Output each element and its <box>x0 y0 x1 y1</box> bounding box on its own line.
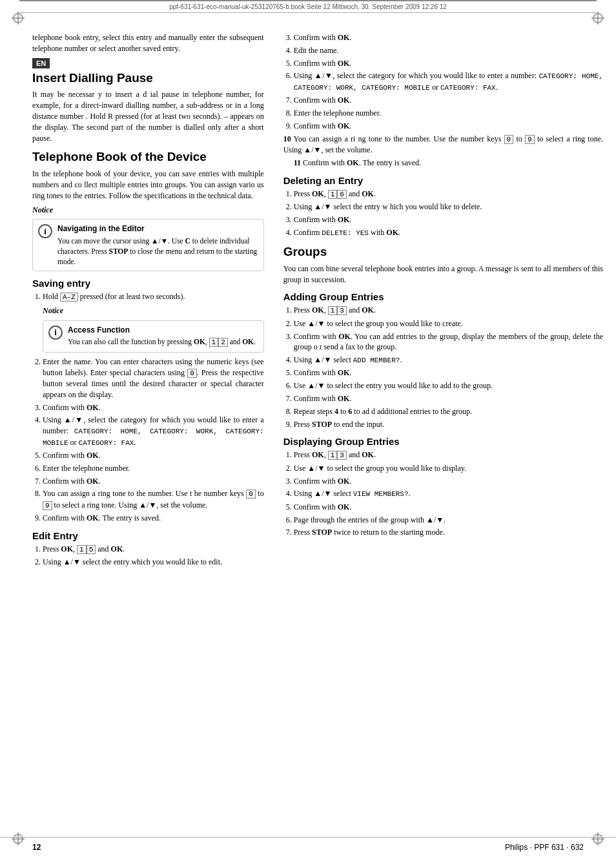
del-step-2: Using ▲/▼ select the entry w hich you wo… <box>294 201 603 212</box>
notice-icon-1: i <box>38 224 52 238</box>
saving-step-9: Confirm with OK. The entry is saved. <box>43 513 264 524</box>
saving-entry-section: Saving entry Hold A-Z pressed (for at le… <box>32 278 264 524</box>
kbd-15b: 5 <box>87 545 96 554</box>
disp-grp-step-5: Confirm with OK. <box>294 502 603 513</box>
saving-step-3: Confirm with OK. <box>43 402 264 413</box>
notice-nav-body: You can move the cursor using ▲/▼. Use C… <box>57 236 258 267</box>
saving-step-5: Confirm with OK. <box>43 450 264 461</box>
left-column: telephone book entry, select this entry … <box>32 32 264 570</box>
displaying-group-section: Displaying Group Entries Press OK, 13 an… <box>283 436 603 538</box>
saving-step-1: Hold A-Z pressed (for at least two secon… <box>43 291 264 352</box>
notice-label-2: Notice <box>43 305 264 316</box>
edit-step-6: Using ▲/▼, select the category for which… <box>294 70 603 93</box>
kbd-r9: 9 <box>525 135 535 144</box>
disp-grp-step-2: Use ▲/▼ to select the group you would li… <box>294 463 603 474</box>
kbd-9: 9 <box>43 501 52 510</box>
add-grp-step-6: Use ▲/▼ to select the entry you would li… <box>294 380 603 391</box>
edit-step-7: Confirm with OK. <box>294 95 603 106</box>
mono-cat1: CATEGORY: HOME, CATEGORY: WORK, CATEGORY… <box>43 428 264 446</box>
kbd-13b: 3 <box>337 306 347 315</box>
saving-step-2: Enter the name. You can enter characters… <box>43 356 264 400</box>
del-step-4: Confirm DELETE: YES with OK. <box>294 227 603 238</box>
edit-step-3: Confirm with OK. <box>294 32 603 43</box>
kbd-0b: 0 <box>246 490 256 499</box>
deleting-steps: Press OK, 16 and OK. Using ▲/▼ select th… <box>283 189 603 238</box>
saving-step-8: You can assign a ring tone to the number… <box>43 488 264 511</box>
disp-grp-step-4: Using ▲/▼ select VIEW MEMBERS?. <box>294 488 603 499</box>
kbd-13a: 1 <box>328 306 338 315</box>
notice-access-content: Access Function You can also call the fu… <box>68 325 256 348</box>
adding-group-section: Adding Group Entries Press OK, 13 and OK… <box>283 291 603 429</box>
edit-step-5: Confirm with OK. <box>294 58 603 69</box>
corner-tr <box>591 12 604 25</box>
edit-step-9: Confirm with OK. <box>294 121 603 132</box>
deleting-entry-section: Deleting an Entry Press OK, 16 and OK. U… <box>283 175 603 238</box>
page: ppf-631-631-eco-manual-uk-253120765-b.bo… <box>0 0 616 857</box>
footer-page: 12 <box>32 843 41 852</box>
notice-access-body: You can also call the function by pressi… <box>68 336 256 347</box>
groups-title: Groups <box>283 245 603 260</box>
footer: 12 Philips · PPF 631 · 632 <box>0 837 616 857</box>
adding-group-title: Adding Group Entries <box>283 291 603 302</box>
add-grp-step-8: Repeat steps 4 to 6 to ad d additional e… <box>294 406 603 417</box>
mono-viewmembers: VIEW MEMBERS? <box>353 490 409 498</box>
add-grp-step-7: Confirm with OK. <box>294 393 603 404</box>
disp-grp-step-6: Page through the entries of the group wi… <box>294 515 603 526</box>
saving-entry-steps: Hold A-Z pressed (for at least two secon… <box>32 291 264 524</box>
edit-step-1: Press OK, 15 and OK. <box>43 544 264 555</box>
groups-section: Groups You can com bine several telephon… <box>283 245 603 285</box>
notice-icon-2: i <box>48 325 63 340</box>
notice-access-title: Access Function <box>68 325 256 336</box>
displaying-group-title: Displaying Group Entries <box>283 436 603 447</box>
add-grp-step-2: Use ▲/▼ to select the group you would li… <box>294 318 603 329</box>
mono-ecat2: CATEGORY: FAX <box>440 84 496 92</box>
kbd-15a: 1 <box>77 545 87 554</box>
en-badge: EN <box>32 58 50 68</box>
mono-delete: DELETE: YES <box>322 229 369 237</box>
header-info: ppf-631-631-eco-manual-uk-253120765-b.bo… <box>19 1 597 13</box>
add-grp-step-9: Press STOP to end the input. <box>294 419 603 430</box>
kbd-16b: 6 <box>337 190 347 199</box>
edit-entry-steps: Press OK, 15 and OK. Using ▲/▼ select th… <box>32 544 264 568</box>
kbd-d13b: 3 <box>337 451 347 460</box>
right-column: Confirm with OK. Edit the name. Confirm … <box>283 32 603 570</box>
edit-entry-title: Edit Entry <box>32 530 264 541</box>
edit-step-4: Edit the name. <box>294 45 603 56</box>
kbd-d13a: 1 <box>328 451 338 460</box>
edit-step-10: 10 You can assign a ri ng tone to the nu… <box>283 134 603 156</box>
content-wrapper: telephone book entry, select this entry … <box>0 13 616 589</box>
notice-nav-title: Navigating in the Editor <box>57 223 258 234</box>
mono-cat2: CATEGORY: FAX <box>79 439 134 447</box>
saving-step-4: Using ▲/▼, select the category for which… <box>43 415 264 448</box>
saving-step-7: Confirm with OK. <box>43 476 264 487</box>
edit-entry-section: Edit Entry Press OK, 15 and OK. Using ▲/… <box>32 530 264 568</box>
footer-brand: Philips · PPF 631 · 632 <box>505 843 584 852</box>
disp-grp-step-3: Confirm with OK. <box>294 476 603 487</box>
kbd-12b: 2 <box>218 338 228 347</box>
disp-grp-step-7: Press STOP twice to return to the starti… <box>294 527 603 538</box>
telbook-title: Telephone Book of the Device <box>32 150 264 165</box>
kbd-12: 1 <box>209 338 219 347</box>
kbd-az: A-Z <box>60 293 78 302</box>
insert-pause-title: Insert Dialling Pause <box>32 71 264 86</box>
add-grp-step-5: Confirm with OK. <box>294 367 603 378</box>
corner-tl <box>12 12 25 25</box>
saving-entry-title: Saving entry <box>32 278 264 289</box>
insert-pause-section: EN Insert Dialling Pause It may be neces… <box>32 58 264 144</box>
add-grp-step-1: Press OK, 13 and OK. <box>294 305 603 316</box>
kbd-16a: 1 <box>328 190 338 199</box>
intro-text: telephone book entry, select this entry … <box>32 32 264 54</box>
notice-nav-content: Navigating in the Editor You can move th… <box>57 223 258 267</box>
adding-group-steps: Press OK, 13 and OK. Use ▲/▼ to select t… <box>283 305 603 429</box>
edit-step-11: 11 Confirm with OK. The entry is saved. <box>283 158 603 169</box>
mono-addmember: ADD MEMBER? <box>353 356 400 364</box>
telbook-section: Telephone Book of the Device In the tele… <box>32 150 264 271</box>
edit-continued-steps: Confirm with OK. Edit the name. Confirm … <box>283 32 603 169</box>
disp-grp-step-1: Press OK, 13 and OK. <box>294 449 603 460</box>
edit-step-8: Enter the telephone number. <box>294 108 603 119</box>
displaying-group-steps: Press OK, 13 and OK. Use ▲/▼ to select t… <box>283 449 603 538</box>
telbook-body: In the telephone book of your device, yo… <box>32 169 264 201</box>
add-grp-step-4: Using ▲/▼ select ADD MEMBER?. <box>294 355 603 366</box>
del-step-1: Press OK, 16 and OK. <box>294 189 603 200</box>
add-grp-step-3: Confirm with OK. You can add entries to … <box>294 331 603 353</box>
